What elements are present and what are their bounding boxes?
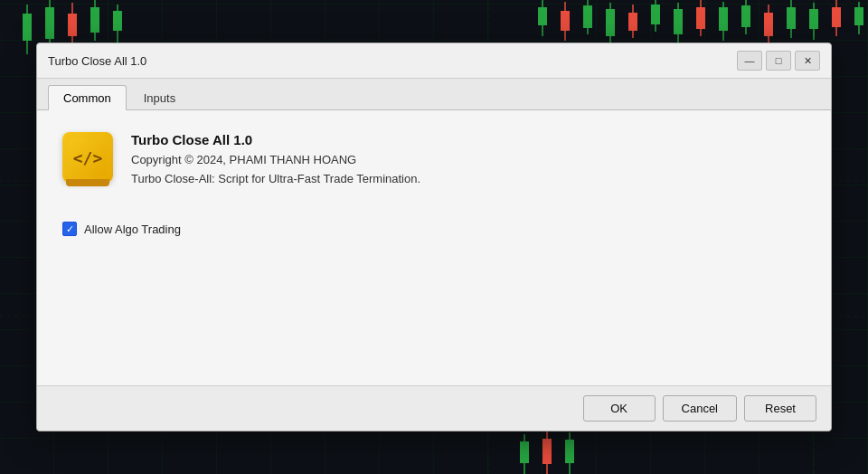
svg-rect-21 (651, 5, 660, 24)
svg-rect-15 (583, 5, 592, 28)
tab-inputs[interactable]: Inputs (128, 85, 191, 110)
svg-rect-19 (628, 13, 637, 31)
allow-algo-trading-area: ✓ Allow Algo Trading (62, 222, 806, 236)
dialog-title: Turbo Close All 1.0 (48, 54, 146, 68)
svg-rect-13 (561, 11, 570, 31)
svg-rect-27 (719, 7, 728, 31)
reset-button[interactable]: Reset (744, 395, 816, 422)
close-button[interactable]: ✕ (795, 51, 820, 71)
svg-rect-45 (565, 440, 574, 463)
svg-rect-23 (674, 9, 683, 34)
title-bar-controls: — □ ✕ (737, 51, 820, 71)
app-icon-inner: </> (69, 138, 107, 176)
tab-common[interactable]: Common (48, 85, 127, 110)
cancel-button[interactable]: Cancel (663, 395, 737, 422)
svg-rect-29 (741, 5, 750, 27)
svg-rect-37 (832, 7, 841, 27)
dialog-footer: OK Cancel Reset (37, 385, 831, 431)
app-description: Turbo Close-All: Script for Ultra-Fast T… (131, 172, 420, 185)
svg-rect-3 (45, 7, 54, 39)
svg-rect-1 (23, 14, 32, 41)
tab-bar: Common Inputs (37, 79, 831, 110)
code-icon: </> (73, 148, 103, 167)
svg-rect-9 (113, 11, 122, 31)
maximize-button[interactable]: □ (766, 51, 791, 71)
app-copyright: Copyright © 2024, PHAMI THANH HOANG (131, 153, 420, 166)
app-details: Turbo Close All 1.0 Copyright © 2024, PH… (131, 132, 420, 185)
dialog-content: </> Turbo Close All 1.0 Copyright © 2024… (37, 110, 831, 385)
svg-rect-39 (854, 7, 863, 25)
svg-rect-33 (787, 7, 796, 29)
svg-rect-17 (606, 9, 615, 36)
svg-rect-31 (764, 13, 773, 36)
svg-rect-43 (542, 439, 552, 464)
svg-rect-25 (696, 7, 705, 29)
dialog: Turbo Close All 1.0 — □ ✕ Common Inputs … (36, 43, 832, 431)
svg-rect-5 (68, 14, 77, 36)
svg-rect-11 (538, 7, 547, 25)
svg-rect-41 (520, 441, 529, 463)
ok-button[interactable]: OK (583, 395, 656, 422)
allow-algo-trading-checkbox[interactable]: ✓ (62, 222, 77, 236)
minimize-button[interactable]: — (737, 51, 762, 71)
checkmark-icon: ✓ (66, 224, 74, 234)
svg-rect-35 (809, 9, 818, 29)
allow-algo-trading-label[interactable]: Allow Algo Trading (84, 223, 181, 236)
app-icon: </> (62, 132, 113, 183)
app-info: </> Turbo Close All 1.0 Copyright © 2024… (62, 132, 806, 185)
title-bar: Turbo Close All 1.0 — □ ✕ (37, 43, 831, 79)
svg-rect-7 (90, 7, 99, 33)
app-name: Turbo Close All 1.0 (131, 132, 420, 147)
